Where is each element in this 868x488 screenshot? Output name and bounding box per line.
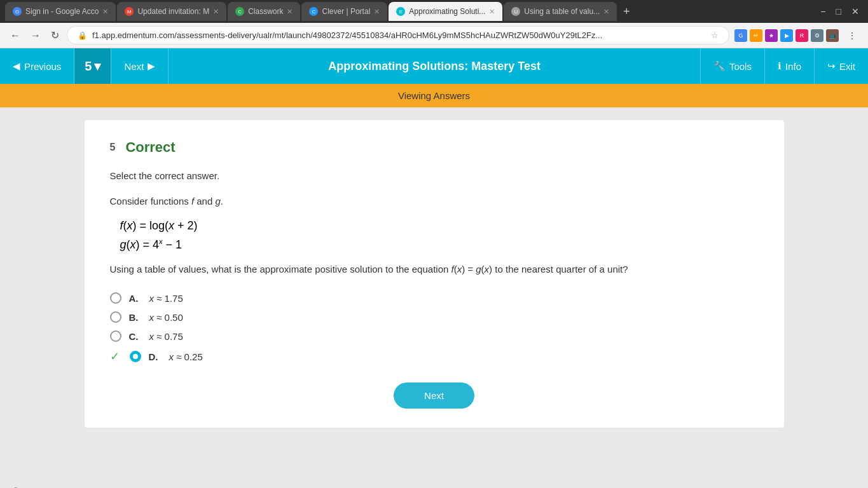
tools-icon: 🔧	[713, 60, 726, 72]
answer-options: A. x ≈ 1.75 B. x ≈ 0.50 C. x ≈ 0.75 ✓ D.…	[110, 292, 759, 363]
question-number-selector[interactable]: 5 ▾	[74, 48, 111, 84]
tab-classwork-label: Classwork	[248, 7, 283, 16]
ext-icon-2[interactable]: ✏	[750, 29, 762, 42]
tab-table-close[interactable]: ✕	[603, 8, 609, 16]
option-d-text: x ≈ 0.25	[169, 351, 203, 362]
question-text-part1: Using a table of values, what is the app…	[110, 264, 449, 274]
option-c-letter: C.	[129, 331, 142, 342]
info-icon: ℹ	[778, 60, 782, 72]
next-button-nav[interactable]: Next ▶	[111, 48, 169, 84]
question-body: Using a table of values, what is the app…	[110, 262, 759, 277]
browser-chrome: G Sign in - Google Acco ✕ M Updated invi…	[0, 0, 868, 48]
address-bar: ← → ↻ 🔒 f1.app.edmentum.com/assessments-…	[0, 23, 868, 48]
tab-edmentum-label: Approximating Soluti...	[409, 7, 485, 16]
exit-icon: ↪	[827, 60, 836, 72]
context-text: Consider functions f and g.	[110, 194, 759, 209]
bookmark-icon[interactable]: ☆	[711, 30, 719, 40]
page-title: Approximating Solutions: Mastery Test	[169, 60, 700, 73]
maximize-button[interactable]: □	[832, 5, 845, 18]
ext-icon-5[interactable]: R	[796, 29, 808, 42]
radio-c[interactable]	[110, 330, 121, 342]
option-d-letter: D.	[149, 351, 162, 362]
equation-f: f(x) = log(x + 2)	[120, 219, 759, 233]
reload-button[interactable]: ↻	[48, 27, 62, 44]
exit-button[interactable]: ↪ Exit	[814, 48, 868, 84]
option-a-text: x ≈ 1.75	[149, 293, 183, 304]
question-num-display: 5	[85, 59, 92, 74]
window-controls: − □ ✕	[816, 5, 863, 18]
tab-bar: G Sign in - Google Acco ✕ M Updated invi…	[0, 0, 868, 23]
option-d[interactable]: ✓ D. x ≈ 0.25	[110, 349, 759, 363]
forward-button[interactable]: →	[28, 27, 43, 44]
tools-button[interactable]: 🔧 Tools	[700, 48, 764, 84]
clever-tab-icon: C	[309, 7, 318, 16]
option-a-letter: A.	[129, 293, 142, 304]
option-c-text: x ≈ 0.75	[149, 331, 183, 342]
next-button[interactable]: Next	[394, 383, 474, 409]
ext-icon-6[interactable]: ⚙	[811, 29, 823, 42]
table-tab-icon: U	[511, 7, 520, 16]
info-button[interactable]: ℹ Info	[764, 48, 814, 84]
footer: © 2021 Edmentum. All rights reserved.	[0, 476, 868, 488]
option-b[interactable]: B. x ≈ 0.50	[110, 311, 759, 323]
tab-gmail-label: Updated invitation: M	[137, 7, 209, 16]
tab-google-label: Sign in - Google Acco	[25, 7, 99, 16]
app-nav-bar: ◀ Previous 5 ▾ Next ▶ Approximating Solu…	[0, 48, 868, 84]
tab-classwork[interactable]: C Classwork ✕	[228, 2, 300, 21]
tools-label: Tools	[729, 61, 752, 72]
back-button[interactable]: ←	[8, 27, 23, 44]
viewing-answers-text: Viewing Answers	[398, 90, 470, 101]
tab-google-close[interactable]: ✕	[102, 8, 108, 16]
lock-icon: 🔒	[78, 31, 87, 40]
option-b-letter: B.	[129, 312, 142, 323]
tab-table-label: Using a table of valu...	[524, 7, 600, 16]
url-bar[interactable]: 🔒 f1.app.edmentum.com/assessments-delive…	[67, 26, 729, 44]
next-label: Next	[124, 61, 144, 72]
edmentum-tab-icon: E	[396, 7, 405, 16]
next-arrow-icon: ▶	[148, 60, 155, 72]
ext-icon-4[interactable]: ▶	[780, 29, 793, 42]
tab-google[interactable]: G Sign in - Google Acco ✕	[5, 2, 116, 21]
tab-clever-label: Clever | Portal	[322, 7, 370, 16]
option-c[interactable]: C. x ≈ 0.75	[110, 330, 759, 342]
ext-icon-3[interactable]: ★	[765, 29, 778, 42]
previous-button[interactable]: ◀ Previous	[0, 48, 74, 84]
previous-arrow-icon: ◀	[13, 60, 20, 72]
minimize-button[interactable]: −	[816, 5, 829, 18]
browser-extensions: G ✏ ★ ▶ R ⚙ 📺	[734, 29, 839, 42]
new-tab-button[interactable]: +	[618, 3, 635, 21]
ext-icon-1[interactable]: G	[734, 29, 747, 42]
google-tab-icon: G	[13, 7, 22, 16]
question-card: 5 Correct Select the correct answer. Con…	[85, 120, 784, 428]
nav-actions: 🔧 Tools ℹ Info ↪ Exit	[700, 48, 868, 84]
radio-d[interactable]	[130, 351, 141, 362]
question-header: 5 Correct	[110, 139, 759, 156]
instruction-text: Select the correct answer.	[110, 168, 759, 184]
question-text-suffix: to the nearest quarter of a unit?	[495, 264, 628, 274]
exit-label: Exit	[839, 61, 855, 72]
main-content: 5 Correct Select the correct answer. Con…	[0, 107, 868, 476]
tab-classwork-close[interactable]: ✕	[287, 8, 293, 16]
radio-a[interactable]	[110, 292, 121, 304]
url-text: f1.app.edmentum.com/assessments-delivery…	[92, 30, 706, 40]
next-button-container: Next	[110, 383, 759, 409]
radio-b[interactable]	[110, 311, 121, 323]
tab-edmentum[interactable]: E Approximating Soluti... ✕	[389, 2, 502, 21]
tab-gmail-close[interactable]: ✕	[213, 8, 219, 16]
info-label: Info	[785, 61, 801, 72]
ext-icon-7[interactable]: 📺	[826, 29, 839, 42]
dropdown-chevron-icon: ▾	[94, 58, 100, 74]
correct-check-icon: ✓	[110, 349, 120, 363]
viewing-answers-banner: Viewing Answers	[0, 84, 868, 107]
tab-edmentum-close[interactable]: ✕	[489, 8, 495, 16]
browser-menu-button[interactable]: ⋮	[844, 29, 860, 42]
question-number: 5	[110, 142, 116, 153]
tab-table[interactable]: U Using a table of valu... ✕	[504, 2, 617, 21]
tab-clever-close[interactable]: ✕	[374, 8, 380, 16]
close-button[interactable]: ✕	[848, 5, 863, 18]
tab-gmail[interactable]: M Updated invitation: M ✕	[117, 2, 226, 21]
tab-clever[interactable]: C Clever | Portal ✕	[301, 2, 387, 21]
previous-label: Previous	[24, 61, 61, 72]
option-a[interactable]: A. x ≈ 1.75	[110, 292, 759, 304]
correct-label: Correct	[125, 139, 175, 156]
